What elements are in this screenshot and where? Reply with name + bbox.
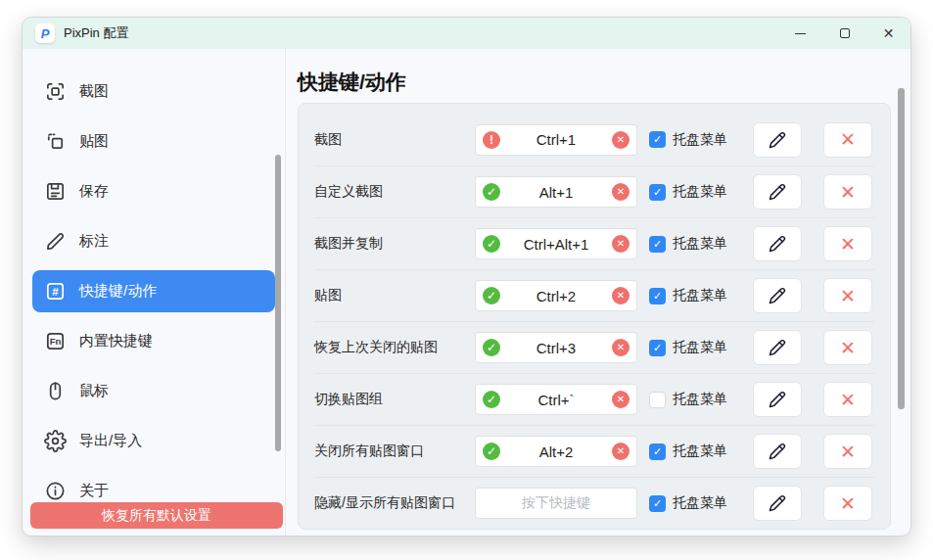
hotkey-action-label: 隐藏/显示所有贴图窗口 (314, 494, 475, 512)
edit-hotkey-button[interactable] (753, 174, 802, 210)
tray-menu-label: 托盘菜单 (673, 235, 729, 253)
tray-menu-checkbox[interactable]: ✓ (649, 495, 666, 512)
sidebar-item-label: 内置快捷键 (79, 332, 153, 350)
sidebar-item-label: 快捷键/动作 (79, 282, 157, 301)
hotkey-input[interactable]: ✓ Ctrl+Alt+1 ✕ (475, 228, 637, 259)
reset-defaults-button[interactable]: 恢复所有默认设置 (30, 502, 283, 529)
sidebar-item-label: 鼠标 (79, 382, 109, 400)
tray-menu-checkbox[interactable]: ✓ (649, 288, 666, 304)
tray-menu-checkbox[interactable]: ✓ (649, 184, 666, 201)
sidebar-item-2[interactable]: 保存 (32, 170, 275, 212)
tray-menu-label: 托盘菜单 (673, 287, 729, 304)
hotkey-input[interactable]: 按下快捷键 (475, 488, 637, 519)
hotkey-input[interactable]: ! Ctrl+1 ✕ (475, 124, 637, 156)
status-icon: ✓ (483, 235, 500, 253)
hotkey-action-label: 恢复上次关闭的贴图 (314, 339, 475, 356)
gear-icon (44, 430, 67, 452)
tray-menu-label: 托盘菜单 (673, 494, 729, 512)
sidebar-item-5[interactable]: Fn 内置快捷键 (32, 320, 275, 362)
clear-hotkey-icon[interactable]: ✕ (612, 131, 630, 149)
hotkey-value: Ctrl+3 (536, 340, 576, 356)
pencil-icon (769, 494, 786, 512)
sidebar-item-0[interactable]: 截图 (32, 70, 275, 113)
delete-hotkey-button[interactable]: ✕ (823, 330, 872, 365)
tray-menu-label: 托盘菜单 (673, 391, 729, 408)
tray-menu-checkbox[interactable]: ✓ (649, 340, 666, 356)
pixpin-logo-icon: P (35, 23, 55, 43)
status-icon: ! (483, 131, 500, 149)
status-icon: ✓ (483, 339, 500, 356)
tray-menu-checkbox[interactable]: ✓ (649, 131, 666, 148)
hotkey-input[interactable]: ✓ Ctrl+3 ✕ (475, 332, 637, 363)
hotkey-row: 隐藏/显示所有贴图窗口 按下快捷键 ✓ 托盘菜单 ✕ (314, 477, 874, 529)
status-icon: ✓ (483, 391, 500, 408)
edit-hotkey-button[interactable] (753, 330, 802, 365)
delete-hotkey-button[interactable]: ✕ (823, 174, 872, 210)
tray-menu-label: 托盘菜单 (673, 443, 729, 460)
edit-hotkey-button[interactable] (753, 122, 802, 158)
sidebar-item-3[interactable]: 标注 (32, 220, 275, 262)
hotkey-value: Alt+1 (539, 184, 574, 201)
delete-hotkey-button[interactable]: ✕ (823, 278, 872, 313)
edit-hotkey-button[interactable] (753, 434, 802, 469)
hotkey-row: 截图 ! Ctrl+1 ✕ ✓ 托盘菜单 ✕ (314, 114, 874, 165)
edit-hotkey-button[interactable] (753, 278, 802, 313)
delete-icon: ✕ (840, 494, 856, 513)
edit-hotkey-button[interactable] (753, 226, 802, 261)
delete-hotkey-button[interactable]: ✕ (823, 226, 872, 261)
clear-hotkey-icon[interactable]: ✕ (612, 391, 630, 408)
clear-hotkey-icon[interactable]: ✕ (612, 443, 630, 460)
clear-hotkey-icon[interactable]: ✕ (612, 183, 630, 201)
pencil-icon (769, 391, 786, 408)
hotkey-row: 关闭所有贴图窗口 ✓ Alt+2 ✕ ✓ 托盘菜单 ✕ (314, 425, 874, 477)
hotkey-value: Alt+2 (539, 443, 574, 460)
clear-hotkey-icon[interactable]: ✕ (612, 235, 630, 253)
pencil-icon (769, 131, 786, 149)
titlebar: P PixPin 配置 ✕ (23, 18, 910, 49)
hotkey-input[interactable]: ✓ Alt+1 ✕ (475, 176, 637, 208)
hotkey-input[interactable]: ✓ Alt+2 ✕ (475, 436, 637, 467)
delete-icon: ✕ (840, 235, 856, 254)
tray-menu-label: 托盘菜单 (673, 131, 729, 149)
delete-hotkey-button[interactable]: ✕ (823, 382, 872, 417)
hotkey-action-label: 截图 (314, 131, 475, 149)
sidebar-item-1[interactable]: 贴图 (32, 120, 275, 163)
main-scrollbar[interactable] (898, 88, 905, 409)
delete-icon: ✕ (840, 183, 856, 202)
info-icon (44, 480, 67, 502)
edit-hotkey-button[interactable] (753, 486, 802, 521)
status-icon: ✓ (483, 287, 500, 304)
sidebar-item-7[interactable]: 导出/导入 (32, 420, 275, 462)
delete-icon: ✕ (840, 287, 856, 305)
page-title: 快捷键/动作 (298, 69, 910, 96)
tray-menu-label: 托盘菜单 (673, 339, 729, 356)
sidebar-item-label: 贴图 (79, 132, 109, 151)
delete-hotkey-button[interactable]: ✕ (823, 122, 872, 158)
svg-text:#: # (52, 286, 59, 298)
sidebar-scrollbar[interactable] (275, 155, 281, 451)
delete-hotkey-button[interactable]: ✕ (823, 486, 872, 521)
edit-hotkey-button[interactable] (753, 382, 802, 417)
pencil-icon (769, 339, 786, 356)
tray-menu-label: 托盘菜单 (673, 183, 729, 201)
close-button[interactable]: ✕ (866, 18, 910, 49)
minimize-button[interactable] (778, 18, 822, 49)
tray-menu-checkbox[interactable]: ✓ (649, 443, 666, 460)
sidebar-item-4[interactable]: # 快捷键/动作 (32, 270, 275, 312)
clear-hotkey-icon[interactable]: ✕ (612, 339, 630, 356)
tray-menu-checkbox[interactable] (649, 392, 666, 408)
delete-hotkey-button[interactable]: ✕ (823, 434, 872, 469)
hotkey-input[interactable]: ✓ Ctrl+2 ✕ (475, 280, 637, 311)
hotkey-input[interactable]: ✓ Ctrl+` ✕ (475, 384, 637, 415)
clear-hotkey-icon[interactable]: ✕ (612, 287, 630, 304)
sidebar-item-label: 标注 (79, 232, 109, 251)
close-icon: ✕ (883, 26, 895, 40)
maximize-button[interactable] (822, 18, 866, 49)
hotkey-panel: 截图 ! Ctrl+1 ✕ ✓ 托盘菜单 ✕ 自定义截图 ✓ Alt+1 ✕ ✓… (298, 103, 891, 530)
annotate-icon (44, 230, 67, 253)
sidebar: 截图 贴图 保存 标注# 快捷键/动作Fn 内置快捷键 鼠标 导出/导入 关于 … (23, 49, 285, 536)
hotkey-row: 截图并复制 ✓ Ctrl+Alt+1 ✕ ✓ 托盘菜单 ✕ (314, 217, 874, 269)
tray-menu-checkbox[interactable]: ✓ (649, 236, 666, 253)
sidebar-item-6[interactable]: 鼠标 (32, 370, 275, 412)
hotkey-value: Ctrl+2 (536, 288, 576, 304)
